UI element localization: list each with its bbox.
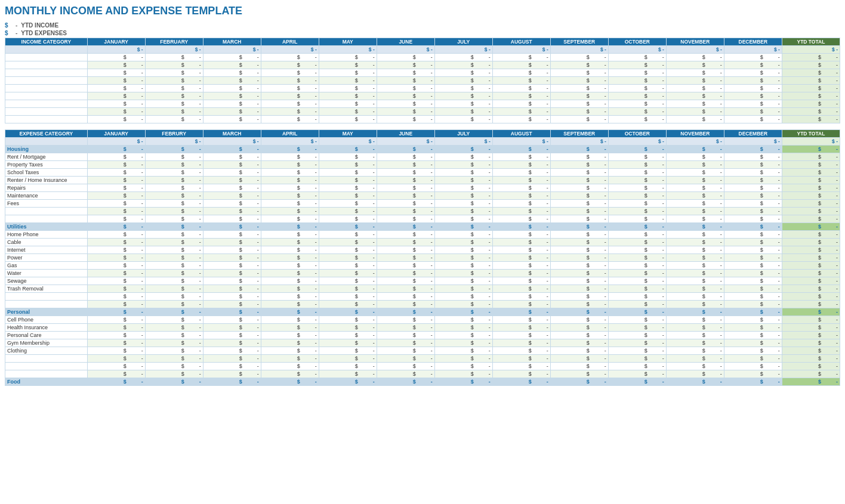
expense-jan-header: JANUARY — [87, 130, 145, 138]
expense-oct-header: OctObER — [608, 130, 666, 138]
expense-mar-header: MARCH — [203, 130, 261, 138]
expense-header-months: EXPENSE CATEGORY JANUARY FEBRURY MARCH A… — [5, 130, 840, 138]
income-jun-header: JUNE — [377, 38, 434, 46]
income-mar-header: MARCH — [203, 38, 261, 46]
ytd-income-dollar: $ — [5, 22, 11, 29]
income-dec-header: DECEMBER — [724, 38, 782, 46]
expense-sep-header: SEPTEMBER — [550, 130, 608, 138]
ytd-expenses-dash: - — [16, 30, 17, 36]
expense-jul-header: JULY — [434, 130, 492, 138]
income-category-header: INCOME CATEGORY — [5, 38, 88, 46]
income-may-header: MAY — [319, 38, 377, 46]
ytd-income-label: YTD INCOME — [21, 22, 58, 29]
expense-may-header: MAY — [319, 130, 377, 138]
ytd-income-line: $ - YTD INCOME — [5, 22, 840, 29]
expense-nov-header: NOVEMBER — [666, 130, 724, 138]
expense-category-header: EXPENSE CATEGORY — [5, 130, 88, 138]
income-section: INCOME CATEGORY JANUARY FEBRUARY MARCH A… — [5, 38, 840, 123]
expense-feb-header: FEBRURY — [145, 130, 203, 138]
expense-table: EXPENSE CATEGORY JANUARY FEBRURY MARCH A… — [5, 129, 840, 386]
income-sep-header: SEPTEMBER — [550, 38, 608, 46]
expense-apr-header: APRIL — [261, 130, 319, 138]
income-feb-header: FEBRUARY — [145, 38, 203, 46]
income-ytd-header: YTD TOTAL — [782, 38, 840, 46]
income-jul-header: JULY — [434, 38, 492, 46]
expense-jun-header: JUNE — [377, 130, 434, 138]
ytd-expenses-line: $ - YTD EXPENSES — [5, 30, 840, 36]
income-jan-header: JANUARY — [87, 38, 145, 46]
expense-ytd-header: YTD TOTAL — [782, 130, 840, 138]
income-nov-header: NOVEMBER — [666, 38, 724, 46]
ytd-income-dash: - — [16, 22, 17, 29]
ytd-expenses-label: YTD EXPENSES — [21, 30, 67, 36]
income-header-months: INCOME CATEGORY JANUARY FEBRUARY MARCH A… — [5, 38, 840, 46]
page-title: MONTHLY INCOME AND EXPENSE TEMPLATE — [5, 5, 840, 17]
expense-section: EXPENSE CATEGORY JANUARY FEBRURY MARCH A… — [5, 129, 840, 386]
income-oct-header: OctOber — [608, 38, 666, 46]
income-table: INCOME CATEGORY JANUARY FEBRUARY MARCH A… — [5, 38, 840, 123]
income-apr-header: APRIL — [261, 38, 319, 46]
income-aug-header: AUGUST — [492, 38, 550, 46]
expense-dec-header: DECEMBER — [724, 130, 782, 138]
ytd-expenses-dollar: $ — [5, 30, 11, 36]
expense-aug-header: AUGUST — [492, 130, 550, 138]
